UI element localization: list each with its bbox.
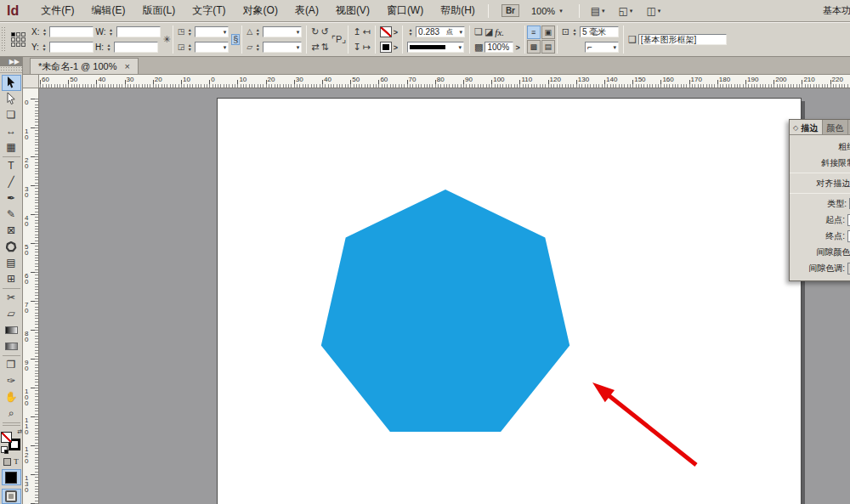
menu-item-8[interactable]: 帮助(H) [432,3,484,18]
horizontal-grid-tool[interactable]: ▤ [2,255,21,271]
gradient-feather-tool[interactable] [2,338,21,354]
ruler-origin-corner[interactable] [23,75,39,88]
object-style-combo[interactable]: [基本图形框架] [638,34,727,45]
formatting-affects-container-button[interactable] [3,458,11,466]
fill-none-swatch[interactable] [1,432,12,443]
rotate-ccw-icon[interactable]: ↺ [321,27,329,37]
note-tool[interactable]: ❐ [2,357,21,373]
menu-item-0[interactable]: 文件(F) [32,3,82,18]
menu-item-6[interactable]: 视图(V) [327,3,378,18]
stepper-down-icon[interactable]: ▾ [108,32,115,37]
constrain-scale-link-icon[interactable]: § [231,34,240,45]
apply-style-cell[interactable] [2,489,21,504]
wrap-jump-object-button[interactable]: ▤ [541,40,555,54]
default-fill-stroke-icon[interactable] [1,446,8,453]
vertical-ruler[interactable]: 0102030405060708090100110120130140 [23,88,39,504]
corner-size-stepper[interactable]: ▴▾ [571,28,578,37]
screen-mode-menu[interactable]: ◱ ▾ [619,5,633,17]
stepper-down-icon[interactable]: ▾ [571,32,578,37]
w-stepper[interactable]: ▴▾ [108,28,115,37]
corner-size-field[interactable]: 5 毫米 [580,26,619,37]
rotation-combo[interactable]: ▾ [263,26,302,37]
scale-x-combo[interactable]: ▾ [195,26,229,37]
wrap-none-button[interactable]: ≡ [527,25,541,39]
w-input[interactable] [116,26,161,37]
panel-tab-颜色[interactable]: 颜色 [823,120,848,134]
fill-black-swatch[interactable] [380,42,392,53]
h-stepper[interactable]: ▴▾ [105,43,112,52]
workspace-switcher[interactable]: 基本功能 [823,4,850,17]
scale-y-combo[interactable]: ▾ [195,42,229,53]
stroke-weight-stepper[interactable]: ▴▾ [407,28,414,37]
arrange-documents-menu[interactable]: ◫ ▾ [646,5,660,17]
stepper-down-icon[interactable]: ▾ [41,48,48,52]
direct-selection-tool[interactable] [2,91,21,107]
scissors-tool[interactable]: ✂ [2,290,21,306]
document-page[interactable] [217,98,802,504]
stepper-down-icon[interactable]: ▾ [41,32,48,37]
wrap-object-shape-button[interactable]: ▩ [527,40,541,54]
selection-tool[interactable] [2,75,21,91]
menu-item-2[interactable]: 版面(L) [134,3,184,18]
tools-panel-grip[interactable] [0,66,22,73]
opacity-flyout-arrow[interactable]: > [515,43,519,52]
panel-collapse-icon[interactable]: ◇ [793,124,798,132]
stroke-none-swatch[interactable] [380,26,392,37]
h-input[interactable] [114,42,158,53]
frame-tool[interactable]: ⊠ [2,223,21,239]
x-stepper[interactable]: ▴▾ [41,28,48,37]
menu-item-5[interactable]: 表(A) [286,3,327,18]
rotation-stepper[interactable]: ▴▾ [254,28,261,37]
flip-vertical-icon[interactable]: ⇅ [321,42,329,52]
tools-dock-expand-button[interactable]: ▶▶ [0,57,22,66]
effects-menu-button[interactable]: fx. [495,27,504,37]
frame-grid-tool[interactable]: ⊞ [2,271,21,287]
stroke-type-combo[interactable]: ▾ [407,42,464,53]
corner-shape-combo[interactable]: ⌐ ▾ [585,42,619,53]
eyedropper-tool[interactable]: ✑ [2,373,21,389]
pencil-tool[interactable]: ✎ [2,207,21,223]
pen-tool[interactable]: ✒ [2,190,21,207]
select-previous-object-icon[interactable]: ↤ [363,27,371,37]
corner-options-icon[interactable]: ⊡ [562,27,570,37]
zoom-level-dropdown[interactable]: 100% ▾ [531,6,563,16]
hand-tool[interactable]: ✋ [2,389,21,405]
reference-point-proxy[interactable] [11,32,26,47]
gradient-swatch-tool[interactable] [2,322,21,338]
line-tool[interactable]: ╱ [2,174,21,190]
formatting-affects-text-button[interactable]: T [14,457,19,466]
type-tool[interactable]: T [2,158,21,174]
stepper-down-icon[interactable]: ▾ [407,32,414,37]
select-container-icon[interactable]: ⌜P⌟ [332,35,347,44]
content-collector-tool[interactable]: ▦ [2,139,21,156]
rotate-cw-icon[interactable]: ↻ [311,27,319,37]
stepper-down-icon[interactable]: ▾ [254,32,261,37]
scale-y-stepper[interactable]: ▴▾ [186,43,193,52]
menu-item-7[interactable]: 窗口(W) [378,3,432,18]
x-input[interactable] [49,26,94,37]
opacity-field[interactable]: 100% [484,42,513,53]
transparency-icon[interactable]: ◪ [484,27,493,37]
menu-item-3[interactable]: 文字(T) [184,3,234,18]
drop-shadow-icon[interactable]: ❏ [474,27,483,37]
document-tab[interactable]: *未命名-1 @ 100% × [30,58,139,74]
swap-fill-stroke-icon[interactable]: ⇄ [17,428,22,435]
stepper-down-icon[interactable]: ▾ [254,48,261,52]
menu-item-4[interactable]: 对象(O) [235,3,286,18]
bridge-button[interactable]: Br [502,4,519,17]
view-options-menu[interactable]: ▤ ▾ [591,5,605,17]
horizontal-ruler[interactable]: 6050403020100102030405060708090100110120… [23,75,850,88]
select-container-object-icon[interactable]: ↧ [353,42,360,52]
close-icon[interactable]: × [124,61,129,71]
panel-tab-描边[interactable]: ◇描边 [790,120,823,134]
flip-horizontal-icon[interactable]: ⇄ [311,42,319,52]
select-content-icon[interactable]: ↥ [353,27,360,37]
y-stepper[interactable]: ▴▾ [41,43,48,52]
constrain-dimensions-icon[interactable]: ✳ [163,35,171,44]
panel-grip[interactable] [1,26,7,53]
gap-tool[interactable]: ↔ [2,123,21,139]
stepper-down-icon[interactable]: ▾ [186,48,193,52]
free-transform-tool[interactable]: ▱ [2,306,21,322]
y-input[interactable] [49,42,94,53]
wrap-bounding-box-button[interactable]: ▣ [541,25,555,39]
